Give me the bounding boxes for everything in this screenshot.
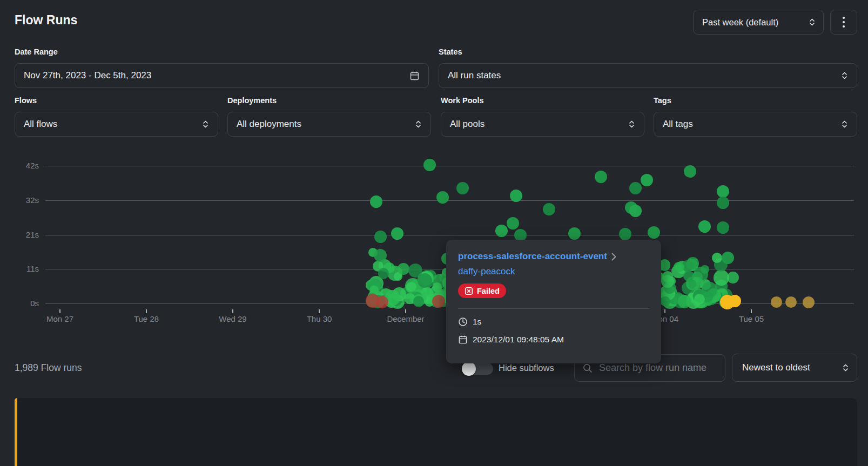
completed-run-dot[interactable] — [595, 171, 607, 183]
late-run-dot[interactable] — [803, 296, 815, 308]
y-tick-label: 11s — [0, 264, 39, 273]
flow-runs-page: Flow Runs Past week (default) Date Range… — [0, 0, 868, 466]
completed-run-dot[interactable] — [456, 182, 469, 194]
completed-run-dot[interactable] — [370, 195, 382, 208]
completed-run-dot[interactable] — [648, 226, 660, 239]
chevron-updown-icon — [842, 363, 849, 372]
y-tick-label: 42s — [0, 161, 39, 170]
y-gridline — [45, 200, 854, 201]
tooltip-run-link[interactable]: daffy-peacock — [458, 266, 649, 277]
x-tick-label: Wed 29 — [195, 314, 271, 323]
x-tick-label: Tue 28 — [109, 314, 184, 323]
completed-run-dot[interactable] — [684, 165, 696, 178]
x-tick-label: Thu 30 — [281, 314, 357, 323]
y-gridline — [45, 235, 854, 235]
flow-run-tooltip: process-salesforce-account-event daffy-p… — [446, 240, 661, 363]
failed-state-badge: Failed — [458, 283, 506, 298]
completed-run-dot[interactable] — [698, 220, 711, 233]
completed-run-dot[interactable] — [432, 282, 442, 292]
tooltip-duration: 1s — [473, 317, 481, 327]
late-run-dot[interactable] — [771, 296, 782, 308]
completed-run-dot[interactable] — [374, 249, 387, 262]
y-tick-label: 0s — [0, 299, 39, 308]
x-tick-mark — [232, 309, 233, 313]
late-run-dot[interactable] — [785, 296, 797, 308]
completed-run-dot[interactable] — [406, 282, 416, 292]
completed-run-dot[interactable] — [495, 225, 508, 237]
hide-subflows-label: Hide subflows — [499, 363, 554, 373]
tooltip-timestamp: 2023/12/01 09:48:05 AM — [473, 335, 564, 345]
failed-state-label: Failed — [477, 287, 500, 295]
completed-run-dot[interactable] — [507, 217, 519, 229]
completed-run-dot[interactable] — [436, 191, 449, 204]
clock-icon — [458, 317, 468, 327]
completed-run-dot[interactable] — [398, 263, 409, 275]
completed-run-dot[interactable] — [543, 203, 555, 215]
completed-run-dot[interactable] — [568, 227, 581, 240]
x-tick-mark — [319, 309, 320, 313]
completed-run-dot[interactable] — [374, 231, 387, 243]
toggle-knob — [462, 362, 476, 376]
tooltip-flow-name: process-salesforce-account-event — [458, 251, 607, 262]
completed-run-dot[interactable] — [378, 268, 389, 279]
failed-x-icon — [465, 287, 473, 295]
x-tick-label: Mon 27 — [22, 314, 98, 323]
x-tick-mark — [146, 309, 147, 313]
flow-run-card: marketing-daily-metrics › tuscan-zebu au… — [15, 398, 857, 466]
completed-run-dot[interactable] — [660, 296, 670, 307]
completed-run-dot[interactable] — [619, 228, 631, 240]
completed-run-dot[interactable] — [413, 296, 425, 307]
flow-run-count: 1,989 Flow runs — [15, 362, 82, 374]
completed-run-dot[interactable] — [722, 252, 734, 264]
completed-run-dot[interactable] — [662, 271, 673, 282]
completed-run-dot[interactable] — [423, 159, 436, 171]
state-accent-bar — [15, 398, 17, 466]
search-icon — [582, 363, 593, 374]
y-gridline — [45, 166, 854, 166]
x-tick-label: Tue 05 — [714, 314, 789, 323]
completed-run-dot[interactable] — [391, 227, 403, 240]
x-tick-mark — [405, 309, 406, 313]
tooltip-duration-row: 1s — [458, 317, 649, 327]
x-tick-mark — [751, 309, 752, 313]
completed-run-dot[interactable] — [629, 182, 642, 194]
x-tick-label: December — [368, 314, 443, 323]
completed-run-dot[interactable] — [629, 205, 642, 217]
flow-run-scatter-chart: 0s11s21s32s42sMon 27Tue 28Wed 29Thu 30De… — [0, 0, 868, 335]
x-tick-mark — [59, 309, 60, 313]
failed-run-dot[interactable] — [432, 295, 445, 308]
tooltip-divider — [458, 308, 649, 309]
failed-run-dot[interactable] — [376, 296, 388, 308]
x-tick-mark — [664, 309, 665, 313]
chevron-right-icon — [611, 253, 616, 261]
y-tick-label: 21s — [0, 230, 39, 239]
completed-run-dot[interactable] — [687, 257, 699, 269]
completed-run-dot[interactable] — [641, 174, 653, 186]
tooltip-timestamp-row: 2023/12/01 09:48:05 AM — [458, 335, 649, 345]
search-input[interactable] — [598, 362, 719, 374]
late-run-dot[interactable] — [729, 295, 741, 307]
sort-value: Newest to oldest — [742, 362, 810, 373]
completed-run-dot[interactable] — [674, 262, 684, 272]
sort-select[interactable]: Newest to oldest — [732, 354, 857, 382]
completed-run-dot[interactable] — [510, 190, 522, 202]
completed-run-dot[interactable] — [714, 270, 729, 286]
calendar-icon — [458, 335, 468, 345]
completed-run-dot[interactable] — [683, 271, 694, 281]
tooltip-flow-link[interactable]: process-salesforce-account-event — [458, 251, 649, 262]
y-tick-label: 32s — [0, 195, 39, 205]
completed-run-dot[interactable] — [717, 197, 729, 209]
hide-subflows-toggle[interactable] — [463, 363, 493, 375]
completed-run-dot[interactable] — [717, 221, 729, 234]
completed-run-dot[interactable] — [712, 253, 722, 263]
